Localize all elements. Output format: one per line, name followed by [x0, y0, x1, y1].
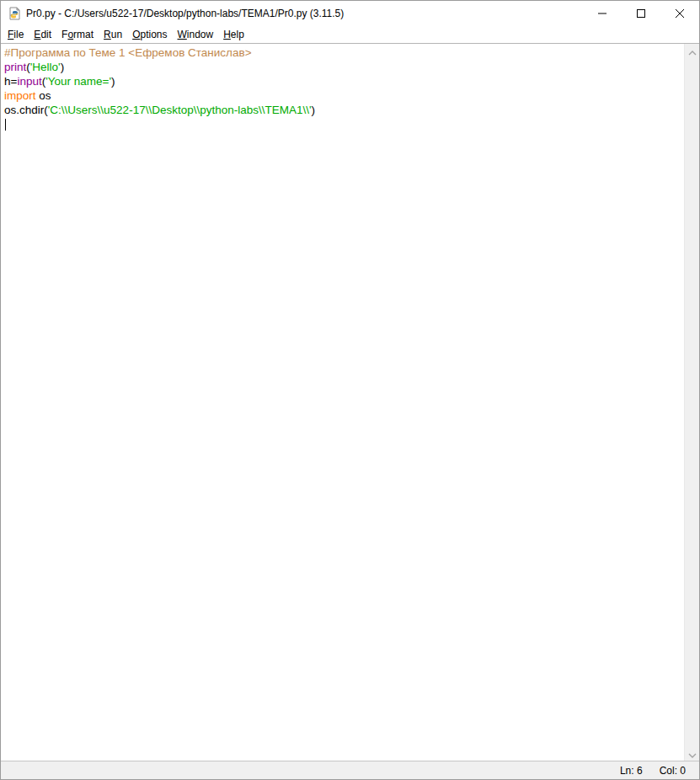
- chevron-up-icon: [688, 44, 697, 59]
- minimize-button[interactable]: [583, 1, 622, 26]
- maximize-button[interactable]: [622, 1, 660, 26]
- code-editor[interactable]: #Программа по Теме 1 <Ефремов Станислав>…: [1, 44, 685, 761]
- code-token-plain: ): [312, 104, 316, 116]
- code-token-plain: h=: [4, 75, 17, 88]
- minimize-icon: [598, 6, 606, 21]
- code-token-keyword: import: [4, 89, 36, 102]
- code-token-builtin: print: [4, 61, 26, 73]
- vertical-scrollbar[interactable]: [685, 44, 699, 761]
- code-token-string: 'Hello': [30, 61, 61, 73]
- python-file-icon: [8, 7, 21, 20]
- code-token-plain: os.chdir(: [4, 104, 48, 116]
- menubar: FileEditFormatRunOptionsWindowHelp: [1, 26, 699, 44]
- scroll-up-button[interactable]: [685, 44, 699, 58]
- window-title: Pr0.py - C:/Users/u522-17/Desktop/python…: [26, 8, 583, 19]
- code-token-plain: os: [36, 89, 51, 102]
- code-token-builtin: input: [17, 75, 41, 88]
- code-token-string: 'C:\\Users\\u522-17\\Desktop\\python-lab…: [48, 104, 312, 116]
- scrollbar-track[interactable]: [685, 58, 699, 746]
- code-line[interactable]: import os: [4, 88, 684, 103]
- menu-help[interactable]: Help: [218, 27, 249, 42]
- code-line[interactable]: [4, 117, 684, 131]
- column-indicator: Col: 0: [651, 765, 694, 777]
- code-line[interactable]: os.chdir('C:\\Users\\u522-17\\Desktop\\p…: [4, 103, 684, 117]
- close-button[interactable]: [660, 1, 699, 26]
- titlebar[interactable]: Pr0.py - C:/Users/u522-17/Desktop/python…: [1, 1, 699, 26]
- idle-editor-window: Pr0.py - C:/Users/u522-17/Desktop/python…: [0, 0, 700, 780]
- menu-format[interactable]: Format: [56, 27, 99, 42]
- code-token-plain: ): [111, 75, 115, 88]
- menu-run[interactable]: Run: [99, 27, 127, 42]
- menu-file[interactable]: File: [3, 27, 29, 42]
- menu-window[interactable]: Window: [173, 27, 219, 42]
- code-line[interactable]: h=input('Your name='): [4, 74, 684, 88]
- code-line[interactable]: #Программа по Теме 1 <Ефремов Станислав>: [4, 45, 684, 60]
- line-indicator: Ln: 6: [612, 765, 651, 777]
- editor-area: #Программа по Теме 1 <Ефремов Станислав>…: [1, 44, 699, 761]
- chevron-down-icon: [688, 746, 697, 761]
- code-token-comment: #Программа по Теме 1 <Ефремов Станислав>: [4, 46, 252, 59]
- code-token-string: 'Your name=': [45, 75, 111, 88]
- maximize-icon: [637, 6, 645, 21]
- close-icon: [676, 6, 684, 21]
- code-token-plain: ): [61, 61, 65, 73]
- scroll-down-button[interactable]: [685, 746, 699, 761]
- window-controls: [583, 1, 699, 26]
- text-cursor: [5, 119, 6, 131]
- menu-edit[interactable]: Edit: [29, 27, 56, 42]
- code-line[interactable]: print('Hello'): [4, 60, 684, 74]
- statusbar: Ln: 6 Col: 0: [1, 761, 699, 779]
- menu-options[interactable]: Options: [127, 27, 172, 42]
